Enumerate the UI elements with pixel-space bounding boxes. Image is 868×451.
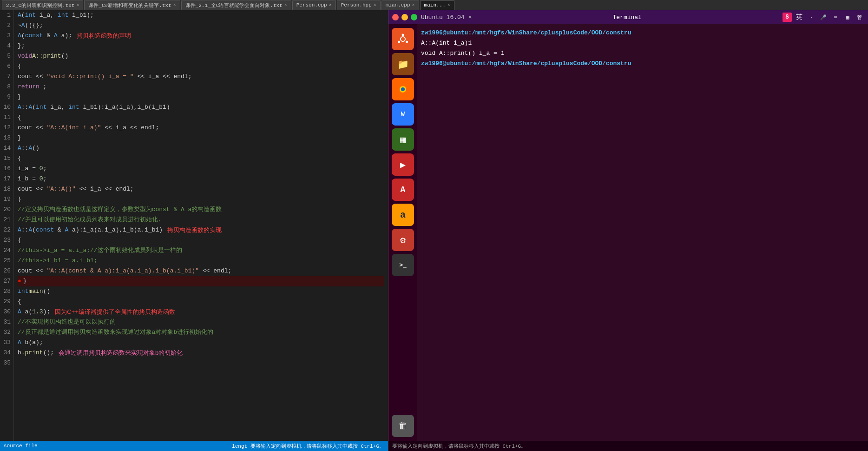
status-bar: source file lengt 要将输入定向到虚拟机，请将鼠标移入其中或按 … bbox=[0, 441, 388, 451]
tab-3-close[interactable]: × bbox=[284, 3, 287, 8]
code-line-28: int main() bbox=[18, 286, 384, 297]
code-line-11: { bbox=[18, 113, 384, 123]
icon-grid[interactable]: ▦ bbox=[843, 13, 852, 22]
icon-dot[interactable]: · bbox=[807, 13, 816, 22]
code-line-7: cout << "void A::print() i_a = " << i_a … bbox=[18, 72, 384, 82]
code-line-6: { bbox=[18, 61, 384, 72]
launcher-font[interactable]: A bbox=[392, 179, 414, 201]
launcher-calc[interactable]: ▦ bbox=[392, 128, 414, 151]
launcher-writer[interactable]: W bbox=[392, 103, 414, 126]
code-line-24: //this->i_a = a.i_a;//这个雨初始化成员列表是一样的 bbox=[18, 245, 384, 256]
svg-point-3 bbox=[398, 41, 400, 43]
code-content: 1 2 3 4 5 6 7 8 9 10 11 12 13 14 15 16 1… bbox=[0, 10, 388, 441]
ubuntu-status-text: 要将输入定向到虚拟机，请将鼠标移入其中或按 Ctrl+G。 bbox=[392, 443, 526, 450]
code-line-9: } bbox=[18, 92, 384, 102]
ubuntu-close-x[interactable]: × bbox=[468, 14, 472, 21]
code-line-18: cout << "A::A()" << i_a << endl; bbox=[18, 184, 384, 194]
line-numbers: 1 2 3 4 5 6 7 8 9 10 11 12 13 14 15 16 1… bbox=[0, 10, 14, 441]
code-line-20: //定义拷贝构造函数也就是这样定义，参数类型为const & A a的构造函数 bbox=[18, 205, 384, 215]
launcher-firefox[interactable] bbox=[392, 78, 414, 100]
icon-manage[interactable]: 管 bbox=[855, 13, 864, 22]
icon-s[interactable]: S bbox=[783, 13, 792, 22]
code-line-30: A a(1,3); 因为C++编译器提供了全属性的拷贝构造函数 bbox=[18, 307, 384, 317]
terminal-line-1: zw1996@ubuntu:/mnt/hgfs/WinShare/cpluspl… bbox=[421, 28, 864, 38]
annotation-b-init: 会通过调用拷贝构造函数来实现对象b的初始化 bbox=[59, 348, 183, 358]
code-line-29: { bbox=[18, 297, 384, 307]
code-line-13: } bbox=[18, 133, 384, 143]
code-text[interactable]: A(int i_a, int i_b1); ~A(){}; A(const & … bbox=[14, 10, 388, 441]
annotation-compiler-copy: 因为C++编译器提供了全属性的拷贝构造函数 bbox=[55, 307, 175, 317]
launcher-files[interactable]: 📁 bbox=[392, 53, 414, 75]
terminal-line-3: void A::print() i_a = 1 bbox=[421, 48, 864, 59]
code-line-15: { bbox=[18, 153, 384, 164]
launcher-ubuntu[interactable] bbox=[392, 28, 414, 50]
code-line-4: }; bbox=[18, 41, 384, 51]
code-panel: 1 2 3 4 5 6 7 8 9 10 11 12 13 14 15 16 1… bbox=[0, 10, 388, 451]
annotation-copy-constructor-impl: 拷贝构造函数的实现 bbox=[167, 225, 222, 235]
tab-5-close[interactable]: × bbox=[374, 3, 376, 8]
code-line-25: //this->i_b1 = a.i_b1; bbox=[18, 256, 384, 266]
tab-7[interactable]: main... × bbox=[420, 0, 454, 10]
tab-1[interactable]: 2.2_C的封装和识别控制.txt × bbox=[2, 0, 83, 10]
maximize-button[interactable] bbox=[411, 14, 417, 20]
code-line-33: A b(a); bbox=[18, 338, 384, 348]
terminal-content[interactable]: zw1996@ubuntu:/mnt/hgfs/WinShare/cpluspl… bbox=[417, 24, 868, 441]
svg-point-2 bbox=[402, 34, 404, 36]
tab-1-close[interactable]: × bbox=[76, 3, 79, 8]
launcher-terminal[interactable]: >_ bbox=[392, 254, 414, 276]
launcher-amazon[interactable]: a bbox=[392, 204, 414, 226]
tab-6-close[interactable]: × bbox=[412, 3, 415, 8]
code-line-32: //反正都是通过调用拷贝构造函数来实现通过对象a对对象b进行初始化的 bbox=[18, 327, 384, 338]
annotation-copy-constructor-decl: 拷贝构造函数的声明 bbox=[77, 31, 131, 41]
code-line-21: //并且可以使用初始化成员列表来对成员进行初始化. bbox=[18, 215, 384, 225]
breakpoint-icon: ● bbox=[18, 276, 21, 286]
ubuntu-window-controls bbox=[392, 14, 417, 20]
code-line-5: void A::print() bbox=[18, 51, 384, 61]
tab-2-close[interactable]: × bbox=[173, 3, 176, 8]
ubuntu-status-bar: 要将输入定向到虚拟机，请将鼠标移入其中或按 Ctrl+G。 bbox=[388, 441, 868, 451]
svg-point-7 bbox=[401, 87, 405, 91]
launcher-trash[interactable]: 🗑 bbox=[392, 415, 414, 437]
tab-4-close[interactable]: × bbox=[329, 3, 332, 8]
ubuntu-content: 📁 W ▦ ▶ A a ⚙ >_ 🗑 zw1996@ubuntu:/mnt/hg… bbox=[388, 24, 868, 441]
code-line-27: ●} bbox=[18, 276, 384, 286]
status-source: source file bbox=[4, 443, 38, 449]
tab-3[interactable]: 课件_2.1_全C语言就能学会面向对象.txt × bbox=[181, 0, 291, 10]
ubuntu-titlebar: Ubuntu 16.04 × Terminal S 英 · 🎤 ⌨ ▦ 管 bbox=[388, 10, 868, 24]
svg-point-4 bbox=[406, 41, 408, 43]
code-line-17: i_b = 0; bbox=[18, 174, 384, 184]
code-line-2: ~A(){}; bbox=[18, 20, 384, 31]
code-line-23: { bbox=[18, 235, 384, 245]
code-line-31: //不实现拷贝构造也是可以以执行的 bbox=[18, 317, 384, 327]
tab-7-close[interactable]: × bbox=[447, 3, 450, 8]
minimize-button[interactable] bbox=[401, 14, 408, 20]
tab-2[interactable]: 课件_C#新增和有变化的关键字.txt × bbox=[84, 0, 180, 10]
code-line-34: b.print(); 会通过调用拷贝构造函数来实现对象b的初始化 bbox=[18, 348, 384, 358]
code-line-14: A::A() bbox=[18, 143, 384, 153]
code-line-10: A::A(int i_a, int i_b1):i_a(i_a),i_b(i_b… bbox=[18, 102, 384, 113]
tab-4[interactable]: Person.cpp × bbox=[292, 0, 336, 10]
ubuntu-toolbar-icons: S 英 · 🎤 ⌨ ▦ 管 bbox=[783, 13, 864, 22]
icon-mic[interactable]: 🎤 bbox=[819, 13, 828, 22]
ubuntu-panel: Ubuntu 16.04 × Terminal S 英 · 🎤 ⌨ ▦ 管 📁 bbox=[388, 10, 868, 451]
code-line-19: } bbox=[18, 194, 384, 205]
terminal-label: Terminal bbox=[613, 14, 642, 21]
code-line-1: A(int i_a, int i_b1); bbox=[18, 10, 384, 20]
code-line-16: i_a = 0; bbox=[18, 164, 384, 174]
icon-kbd[interactable]: ⌨ bbox=[831, 13, 840, 22]
tab-6[interactable]: mian.cpp × bbox=[381, 0, 419, 10]
terminal-line-4: zw1996@ubuntu:/mnt/hgfs/WinShare/cpluspl… bbox=[421, 59, 864, 69]
code-line-12: cout << "A::A(int i_a)" << i_a << endl; bbox=[18, 123, 384, 133]
main-area: 1 2 3 4 5 6 7 8 9 10 11 12 13 14 15 16 1… bbox=[0, 10, 868, 451]
close-button[interactable] bbox=[392, 14, 399, 20]
launcher-settings[interactable]: ⚙ bbox=[392, 229, 414, 251]
tab-5[interactable]: Person.hpp × bbox=[337, 0, 381, 10]
ubuntu-launcher: 📁 W ▦ ▶ A a ⚙ >_ 🗑 bbox=[388, 24, 417, 441]
status-right: lengt 要将输入定向到虚拟机，请将鼠标移入其中或按 Ctrl+G。 bbox=[232, 443, 384, 450]
tab-bar: 2.2_C的封装和识别控制.txt × 课件_C#新增和有变化的关键字.txt … bbox=[0, 0, 868, 10]
icon-chinese[interactable]: 英 bbox=[795, 13, 804, 22]
terminal-line-2: A::A(int i_a)1 bbox=[421, 38, 864, 48]
code-line-8: return ; bbox=[18, 82, 384, 92]
ubuntu-title: Ubuntu 16.04 bbox=[421, 14, 465, 21]
launcher-impress[interactable]: ▶ bbox=[392, 153, 414, 176]
